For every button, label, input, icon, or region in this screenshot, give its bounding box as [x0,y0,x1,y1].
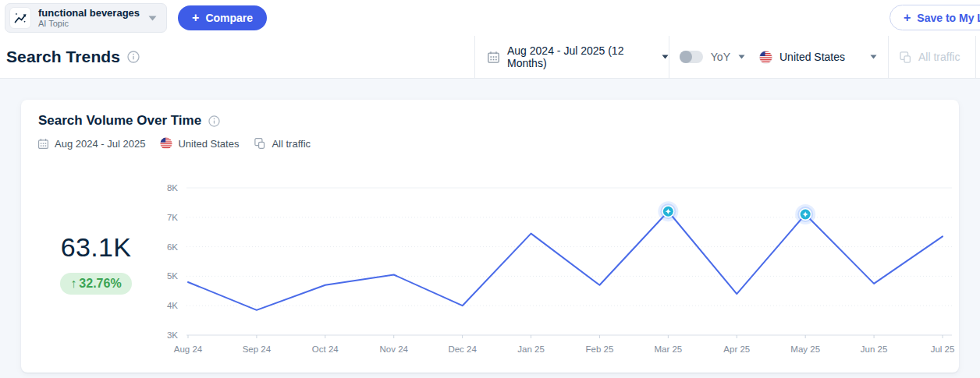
svg-text:Jan 25: Jan 25 [517,344,545,354]
trend-line [188,211,943,310]
y-axis: 3K4K5K6K7K8K [167,183,952,340]
traffic-filter-label: All traffic [918,51,960,63]
svg-text:Jul 25: Jul 25 [931,344,955,354]
meta-traffic-value: All traffic [272,138,311,150]
svg-text:5K: 5K [167,271,178,281]
save-button-label: Save to My Li [917,12,980,24]
page-toolbar: Search Trends Aug [0,36,980,79]
us-flag-icon [160,137,172,150]
caret-down-icon [870,55,888,59]
save-to-my-list-button[interactable]: + Save to My Li [889,5,980,30]
traffic-windows-icon [254,137,266,150]
entity-selector-chip[interactable]: functional beverages AI Topic [5,3,167,33]
meta-date-range-value: Aug 2024 - Jul 2025 [55,138,145,150]
traffic-filter-disabled[interactable]: All traffic [888,36,976,78]
caret-down-icon[interactable] [738,55,745,59]
country-value: United States [779,51,863,63]
svg-text:Feb 25: Feb 25 [586,344,614,354]
meta-country: United States [160,137,239,150]
date-range-selector[interactable]: Aug 2024 - Jul 2025 (12 Months) [474,36,669,78]
plus-icon: + [904,12,911,24]
plus-icon: + [192,12,199,24]
svg-text:3K: 3K [167,330,178,340]
svg-text:4K: 4K [167,301,178,310]
country-selector[interactable]: United States [745,36,888,78]
page-title: Search Trends [6,48,120,66]
card-meta: Aug 2024 - Jul 2025 [37,137,311,150]
yoy-label: YoY [711,51,730,63]
svg-text:6K: 6K [167,242,178,252]
insight-marker[interactable] [658,201,678,221]
meta-country-value: United States [178,138,239,150]
x-axis: Aug 24Sep 24Oct 24Nov 24Dec 24Jan 25Feb … [174,335,955,354]
svg-text:7K: 7K [167,213,178,222]
insight-marker[interactable] [795,204,815,224]
yoy-toggle-group: YoY [669,36,745,78]
ai-trend-icon [9,7,31,29]
svg-text:Mar 25: Mar 25 [654,344,682,354]
info-icon[interactable] [208,115,220,127]
entity-type-label: AI Topic [38,19,140,29]
compare-button[interactable]: + Compare [178,5,267,30]
search-volume-chart[interactable]: 3K4K5K6K7K8KAug 24Sep 24Oct 24Nov 24Dec … [21,174,959,365]
caret-down-icon [662,55,669,59]
entity-name: functional beverages [38,7,140,19]
toggle-knob [680,51,692,63]
compare-button-label: Compare [205,12,253,24]
chevron-down-icon [148,16,157,21]
date-range-value: Aug 2024 - Jul 2025 (12 Months) [507,44,655,69]
meta-date-range: Aug 2024 - Jul 2025 [37,138,145,150]
us-flag-icon [759,51,772,64]
calendar-icon [487,51,500,64]
svg-text:Aug 24: Aug 24 [174,344,203,354]
svg-text:Nov 24: Nov 24 [380,344,409,354]
svg-text:Dec 24: Dec 24 [448,344,477,354]
yoy-toggle[interactable] [680,51,703,63]
card-title: Search Volume Over Time [38,113,201,129]
traffic-windows-icon [899,51,912,64]
toolbar-controls: Aug 2024 - Jul 2025 (12 Months) YoY [474,36,980,78]
svg-text:Sep 24: Sep 24 [243,344,272,354]
chart-area: 3K4K5K6K7K8KAug 24Sep 24Oct 24Nov 24Dec … [21,174,959,365]
svg-text:May 25: May 25 [790,344,820,354]
meta-traffic: All traffic [254,137,311,150]
top-bar: functional beverages AI Topic + Compare … [0,0,980,36]
calendar-icon [37,138,49,150]
svg-text:Apr 25: Apr 25 [723,344,750,354]
svg-text:Oct 24: Oct 24 [312,344,339,354]
svg-text:Jun 25: Jun 25 [861,344,888,354]
info-icon[interactable] [127,51,140,63]
svg-text:8K: 8K [167,183,178,193]
search-volume-card: Search Volume Over Time [21,100,959,373]
entity-info: functional beverages AI Topic [38,7,140,30]
